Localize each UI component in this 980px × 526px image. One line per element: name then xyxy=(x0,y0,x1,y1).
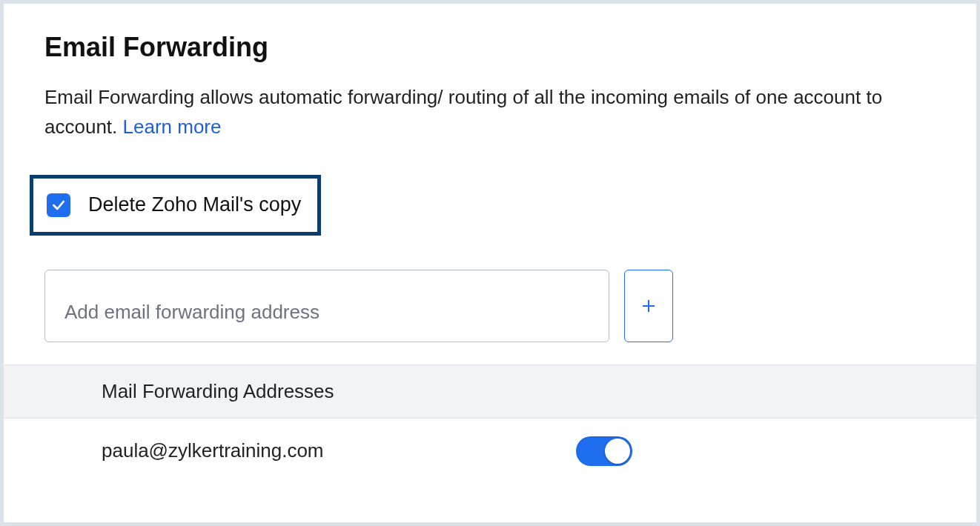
delete-copy-option[interactable]: Delete Zoho Mail's copy xyxy=(30,175,321,236)
learn-more-link[interactable]: Learn more xyxy=(123,116,222,138)
delete-copy-checkbox[interactable] xyxy=(47,193,70,217)
toggle-knob xyxy=(605,439,630,464)
delete-copy-label: Delete Zoho Mail's copy xyxy=(88,193,301,216)
email-forwarding-panel: Email Forwarding Email Forwarding allows… xyxy=(4,4,976,522)
add-address-button[interactable] xyxy=(624,270,673,342)
page-title: Email Forwarding xyxy=(44,32,936,63)
forwarding-address-value: paula@zylkertraining.com xyxy=(102,439,576,462)
check-icon xyxy=(51,198,66,213)
table-row: paula@zylkertraining.com xyxy=(4,419,976,484)
page-description: Email Forwarding allows automatic forwar… xyxy=(44,82,936,142)
addresses-table-header: Mail Forwarding Addresses xyxy=(4,364,976,419)
forwarding-address-input[interactable] xyxy=(44,270,609,342)
plus-icon xyxy=(640,297,658,315)
forwarding-toggle[interactable] xyxy=(576,436,632,466)
